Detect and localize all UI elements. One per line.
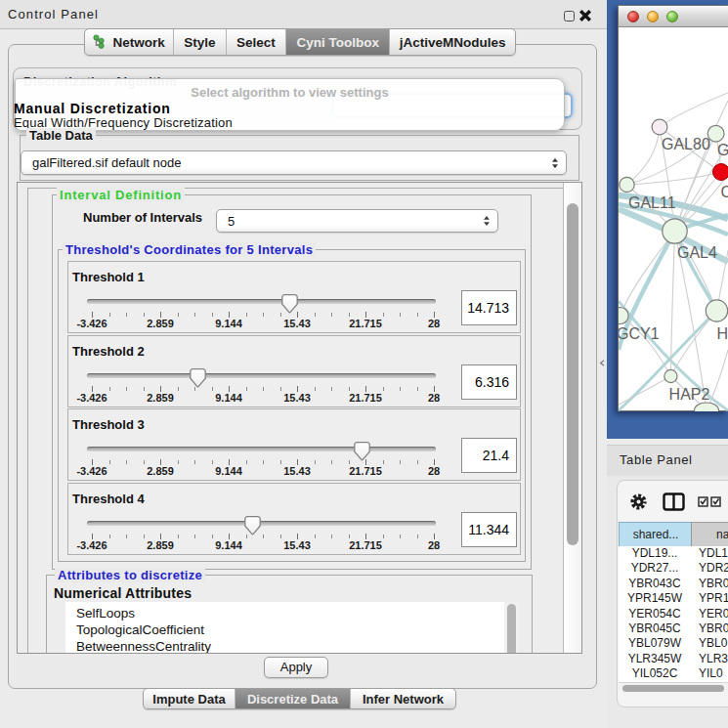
svg-text:GAL11: GAL11 <box>628 194 676 211</box>
svg-text:H: H <box>716 325 728 342</box>
svg-text:C: C <box>721 184 728 200</box>
svg-text:HAP2: HAP2 <box>669 386 710 403</box>
svg-text:GA: GA <box>717 142 728 158</box>
svg-text:GAL4: GAL4 <box>677 244 717 261</box>
svg-text:GAL80: GAL80 <box>662 136 710 152</box>
svg-text:GCY1: GCY1 <box>619 325 660 342</box>
